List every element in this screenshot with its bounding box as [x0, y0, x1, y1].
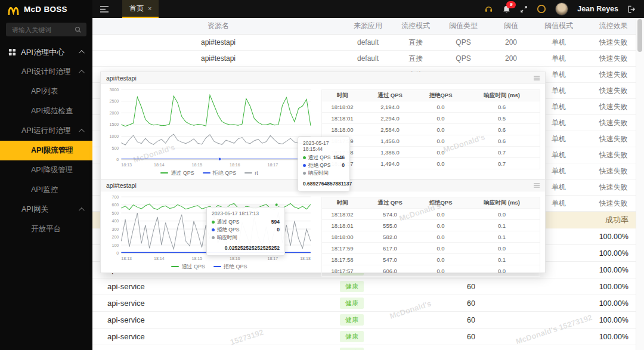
notifications-bell-icon[interactable]: 9 — [502, 5, 511, 14]
fullscreen-icon[interactable] — [520, 5, 528, 13]
table-row: 18:18:002,584.00.00.6 — [322, 124, 540, 135]
success-rate-value: 100.00% — [525, 316, 644, 324]
table-cell: 快速失败 — [583, 118, 644, 128]
table-cell: 0.0 — [417, 149, 464, 156]
sidebar-item-7[interactable]: API监控 — [0, 180, 92, 200]
tooltip-item: 拒绝 QPS0 — [212, 226, 280, 234]
scrollbar-thumb[interactable] — [637, 19, 642, 52]
series-dot-icon — [303, 172, 306, 175]
column-header: 响应时间 (ms) — [464, 92, 540, 100]
table-cell: 0.5 — [464, 115, 540, 122]
column-header: 拒绝QPS — [417, 92, 464, 100]
tab-home[interactable]: 首页 × — [122, 0, 159, 18]
headset-support-icon[interactable] — [484, 5, 493, 13]
table-cell: 0.0 — [464, 211, 540, 218]
sidebar-item-4[interactable]: API运行时治理 — [0, 121, 92, 141]
table-row[interactable]: api-service健康60100.00% — [92, 295, 644, 312]
svg-text:0: 0 — [116, 157, 119, 162]
table-row[interactable]: api#testapidefault直接QPS200单机快速失败 — [92, 51, 644, 67]
legend-label: 拒绝 QPS — [213, 169, 237, 177]
service-name: api-service — [92, 332, 286, 341]
tooltip-label: 响应时间 — [217, 234, 237, 241]
svg-text:18:16: 18:16 — [230, 163, 240, 168]
column-header: 通过 QPS — [363, 199, 417, 207]
search-input[interactable] — [11, 26, 75, 34]
tooltip-item: 通过 QPS594 — [212, 218, 280, 226]
legend-item[interactable]: rt — [244, 170, 258, 176]
table-row[interactable]: api-service健康60100.00% — [92, 278, 644, 295]
table-row[interactable]: api-service健康60100.00% — [92, 329, 644, 345]
sidebar-item-2[interactable]: API列表 — [0, 82, 92, 101]
user-name: Jean Reyes — [577, 5, 618, 13]
chart-menu-icon[interactable] — [534, 76, 540, 80]
svg-text:18:16: 18:16 — [230, 256, 240, 261]
grid-icon — [8, 48, 16, 56]
legend-item[interactable]: 通过 QPS — [171, 263, 205, 271]
svg-text:700: 700 — [112, 195, 119, 200]
table-cell: api#testapi — [92, 54, 344, 63]
topbar: 首页 × 9 — [92, 0, 644, 18]
svg-text:18:14: 18:14 — [154, 256, 165, 261]
tooltip-value: 594 — [271, 218, 280, 226]
table-row[interactable]: api-service健康60100.00% — [92, 345, 644, 350]
legend-swatch — [213, 266, 221, 267]
collapse-menu-icon[interactable] — [92, 6, 116, 13]
sidebar-item-8[interactable]: API网关 — [0, 200, 92, 219]
sidebar-item-9[interactable]: 开放平台 — [0, 219, 92, 239]
sidebar-item-1[interactable]: API设计时治理 — [0, 62, 92, 82]
tooltip-timestamp: 2023-05-17 18:17:13 — [212, 210, 280, 216]
column-header: 阈值模式 — [535, 21, 583, 31]
table-cell: 0.0 — [417, 245, 464, 252]
sidebar-item-0[interactable]: API治理中心 — [0, 42, 92, 62]
tooltip-label: 响应时间 — [308, 169, 329, 177]
brand-title: McD BOSS — [24, 5, 67, 14]
tab-close-icon[interactable]: × — [148, 5, 151, 12]
table-row: 18:17:581,386.00.00.7 — [322, 147, 540, 158]
metrics-modal: api#testapi05001000150020002500300018:13… — [100, 72, 546, 273]
sidebar-item-5[interactable]: API限流管理 — [0, 141, 92, 160]
legend-item[interactable]: 拒绝 QPS — [203, 169, 237, 177]
chart-panel-header: api#testapi — [101, 72, 545, 84]
table-row[interactable]: api#testapidefault直接QPS200单机快速失败 — [92, 35, 644, 51]
svg-text:500: 500 — [112, 211, 119, 216]
table-cell: 18:17:59 — [322, 245, 363, 252]
svg-text:300: 300 — [112, 227, 119, 232]
table-cell: 0.0 — [417, 126, 464, 133]
sidebar-item-6[interactable]: API降级管理 — [0, 160, 92, 180]
table-cell: 直接 — [392, 38, 439, 48]
scrollbar[interactable] — [636, 18, 644, 350]
chart-legend: 通过 QPS拒绝 QPS — [103, 262, 315, 271]
table-cell: 0.0 — [417, 160, 464, 167]
sidebar-search[interactable] — [6, 23, 86, 36]
threshold-value: 60 — [417, 299, 525, 308]
table-cell: 快速失败 — [583, 70, 644, 80]
svg-text:3000: 3000 — [110, 88, 119, 92]
table-cell: 快速失败 — [583, 150, 644, 160]
logout-icon[interactable] — [627, 5, 636, 13]
brand-coin-icon[interactable] — [537, 4, 546, 14]
table-cell: 0.0 — [417, 234, 464, 240]
svg-text:200: 200 — [112, 235, 119, 240]
avatar[interactable] — [555, 2, 568, 16]
sidebar-item-3[interactable]: API规范检查 — [0, 101, 92, 121]
legend-item[interactable]: 拒绝 QPS — [213, 263, 247, 271]
tooltip-value: 1546 — [333, 154, 345, 162]
sidebar: McD BOSS API治理中心API设计时治理API列表API规范检查API运… — [0, 0, 92, 350]
mcdonalds-logo-icon — [7, 4, 20, 15]
svg-text:1500: 1500 — [110, 122, 119, 127]
column-header: 时间 — [322, 92, 363, 100]
table-row: 18:17:571,494.00.00.7 — [322, 158, 540, 169]
table-cell: default — [344, 38, 392, 47]
status-badge: 健康 — [340, 281, 364, 292]
table-cell: 200 — [487, 54, 535, 63]
table-cell: 快速失败 — [583, 134, 644, 144]
chart-menu-icon[interactable] — [534, 183, 540, 188]
table-row: 18:18:00582.00.00.1 — [322, 231, 540, 243]
chart-panel-1: api#testapi010020030040050060070018:1318… — [101, 179, 545, 272]
table-cell: 0.0 — [417, 104, 464, 110]
threshold-value: 60 — [417, 283, 525, 291]
table-row[interactable]: api-service健康60100.00% — [92, 312, 644, 329]
legend-item[interactable]: 通过 QPS — [160, 169, 194, 177]
status-badge: 健康 — [340, 298, 364, 309]
table-cell: 快速失败 — [583, 102, 644, 112]
